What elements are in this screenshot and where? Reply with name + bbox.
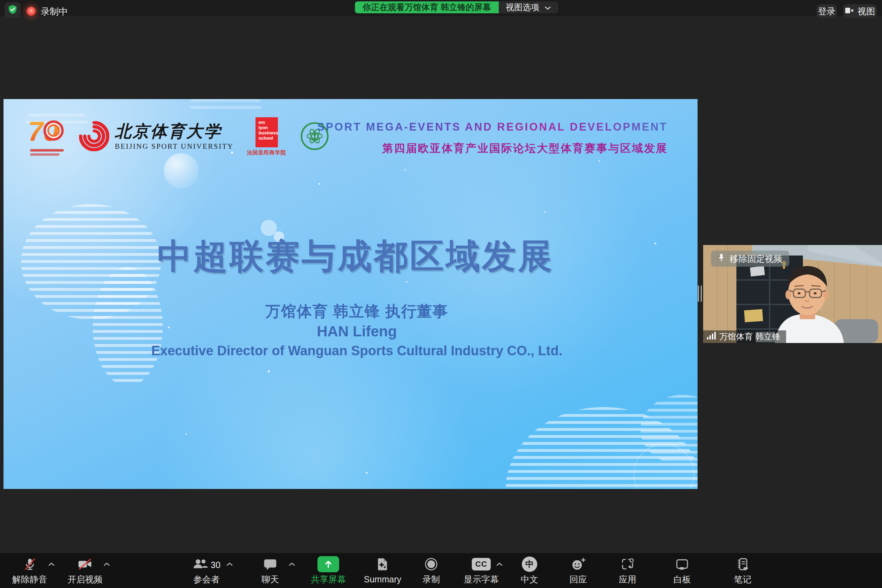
zoom-meeting-window: 录制中 你正在观看万馆体育 韩立锋的屏幕 视图选项 登录 视图 [0, 0, 882, 588]
emlyon-line: business [259, 130, 278, 136]
reactions-smiley-icon [570, 556, 586, 573]
chat-chevron-icon[interactable] [288, 561, 296, 568]
view-layout-button[interactable]: 视图 [843, 4, 877, 18]
shield-check-icon [8, 4, 18, 16]
speaker-line-chinese: 万馆体育 韩立锋 执行董事 [3, 302, 698, 322]
pinned-participant-video[interactable]: 移除固定视频 万馆体育 韩立锋 [703, 245, 882, 343]
presentation-title: 中超联赛与成都区域发展 [3, 234, 698, 280]
apps-icon [620, 556, 635, 573]
meeting-toolbar: 解除静音 开启视频 30 参会者 [0, 553, 882, 588]
participant-name-label: 万馆体育 韩立锋 [719, 331, 780, 342]
notes-button[interactable]: 笔记 [715, 556, 771, 584]
participants-chevron-icon[interactable] [226, 561, 233, 568]
language-label: 中文 [521, 575, 538, 584]
chevron-down-icon [544, 3, 551, 12]
emlyon-chinese-caption: 法国里昂商学院 [247, 150, 286, 156]
bsu-70th-anniversary-logo: 70 [28, 116, 66, 158]
share-screen-icon [318, 556, 339, 573]
mic-muted-icon [22, 556, 37, 573]
emlyon-logo: em lyon business school 法国里昂商学院 [247, 117, 286, 156]
cc-icon: CC [472, 556, 491, 573]
speaker-name-english: HAN Lifeng [3, 323, 698, 340]
whiteboard-button[interactable]: 白板 [654, 556, 710, 584]
emlyon-line: em [259, 120, 278, 125]
forum-title-english: SPORT MEGA-EVENTS AND REGIONAL DEVELOPME… [317, 121, 668, 134]
remove-pin-button[interactable]: 移除固定视频 [711, 250, 789, 267]
view-layout-icon [845, 6, 854, 16]
meeting-top-bar: 录制中 你正在观看万馆体育 韩立锋的屏幕 视图选项 登录 视图 [0, 0, 882, 16]
apps-button[interactable]: 应用 [600, 556, 656, 584]
reactions-label: 回应 [570, 575, 587, 584]
reactions-button[interactable]: 回应 [550, 556, 606, 584]
chat-button[interactable]: 聊天 [242, 556, 298, 584]
anniversary-ring [44, 120, 64, 141]
chinese-language-icon: 中 [522, 556, 537, 573]
video-options-chevron-icon[interactable] [103, 561, 110, 568]
emlyon-line: school [259, 136, 278, 141]
security-shield-button[interactable] [4, 3, 21, 18]
share-screen-button[interactable]: 共享屏幕 [300, 556, 356, 584]
beijing-sport-university-logo: 北京体育大学 BEIJING SPORT UNIVERSITY [79, 121, 234, 153]
notes-label: 笔记 [734, 575, 752, 584]
apps-label: 应用 [619, 575, 636, 584]
shared-screen-slide: 70 北京体育大学 BEIJING SPORT UNIVERSITY [3, 99, 698, 489]
captions-label: 显示字幕 [464, 575, 499, 584]
camera-off-icon [77, 556, 93, 573]
language-interpretation-button[interactable]: 中 中文 [501, 556, 558, 584]
whiteboard-icon [674, 556, 690, 573]
video-panel-drag-handle[interactable] [698, 286, 702, 302]
participants-label: 参会者 [194, 575, 220, 584]
participants-count: 30 [211, 560, 220, 570]
bubble-decoration [164, 153, 199, 188]
viewing-banner-text: 你正在观看万馆体育 韩立锋的屏幕 [355, 2, 499, 13]
striped-blob-decoration [189, 99, 262, 110]
summary-label: Summary [364, 575, 402, 584]
remove-pin-label: 移除固定视频 [730, 253, 782, 265]
start-video-button[interactable]: 开启视频 [57, 556, 113, 584]
unmute-button[interactable]: 解除静音 [2, 556, 58, 584]
participants-icon [192, 556, 208, 573]
signal-strength-icon [706, 332, 716, 342]
forum-title-chinese: 第四届欧亚体育产业国际论坛大型体育赛事与区域发展 [317, 141, 668, 156]
record-label: 录制 [423, 575, 440, 584]
slide-forum-header: SPORT MEGA-EVENTS AND REGIONAL DEVELOPME… [317, 121, 668, 156]
login-button[interactable]: 登录 [816, 4, 837, 18]
captions-button[interactable]: CC 显示字幕 [453, 556, 509, 584]
view-options-dropdown[interactable]: 视图选项 [499, 2, 558, 13]
bsu-swirl-icon [79, 121, 109, 153]
unmute-label: 解除静音 [12, 575, 47, 584]
recording-status-label: 录制中 [40, 7, 68, 16]
mic-options-chevron-icon[interactable] [48, 561, 55, 568]
screen-viewing-banner: 你正在观看万馆体育 韩立锋的屏幕 视图选项 [355, 2, 558, 13]
speaker-title-english: Executive Director of Wanguan Sports Cul… [3, 344, 698, 358]
record-button[interactable]: 录制 [403, 556, 459, 584]
chat-bubble-icon [263, 556, 278, 573]
view-options-label: 视图选项 [506, 2, 539, 13]
record-circle-icon [424, 556, 438, 573]
emlyon-line: lyon [259, 125, 278, 130]
chat-label: 聊天 [261, 575, 279, 584]
summary-doc-icon [375, 556, 390, 573]
recording-indicator-icon [27, 7, 36, 16]
participant-name-badge: 万馆体育 韩立锋 [703, 330, 786, 343]
login-label: 登录 [818, 6, 836, 17]
participants-button[interactable]: 30 参会者 [175, 556, 238, 584]
bsu-english-name: BEIJING SPORT UNIVERSITY [115, 142, 234, 151]
bsu-chinese-name: 北京体育大学 [115, 123, 234, 141]
notes-icon [735, 556, 750, 573]
start-video-label: 开启视频 [68, 575, 102, 584]
share-screen-label: 共享屏幕 [311, 575, 346, 584]
whiteboard-label: 白板 [674, 575, 691, 584]
pin-icon [718, 254, 725, 264]
view-label: 视图 [858, 6, 875, 17]
slide-logo-row: 70 北京体育大学 BEIJING SPORT UNIVERSITY [28, 115, 330, 159]
summary-button[interactable]: Summary [354, 556, 411, 584]
